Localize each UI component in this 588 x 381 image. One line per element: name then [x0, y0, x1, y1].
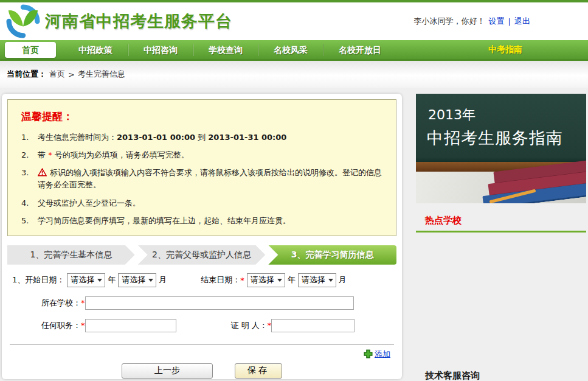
notice-item: 3. 标识的输入项指该项输入内容不符合要求，请将鼠标移入该项后按给出的说明修改。… [21, 167, 384, 191]
nav-item-school-search[interactable]: 学校查询 [193, 40, 258, 60]
form-divider [10, 344, 394, 345]
end-year-select[interactable]: 请选择 [247, 273, 285, 287]
button-row: 上一步 保存 [12, 363, 392, 379]
dropdown-arrow-icon [277, 279, 282, 284]
start-year-select[interactable]: 请选择 [67, 273, 105, 287]
step-tab-student-info[interactable]: 1、完善学生基本信息 [7, 245, 135, 265]
step-tab-study-history[interactable]: 3、完善学习简历信息 [268, 245, 396, 265]
nav-item-open-day[interactable]: 名校开放日 [323, 40, 396, 60]
notice-item: 2. 带 * 号的项均为必填项，请务必填写完整。 [21, 149, 384, 161]
witness-input[interactable] [271, 319, 355, 332]
entry-number: 1、 [12, 274, 25, 285]
dropdown-arrow-icon [328, 279, 333, 284]
support-heading: 技术客服咨询 [425, 370, 586, 381]
start-date-label: 开始日期： [25, 274, 64, 285]
duty-witness-row: 任何职务： * 证 明 人： * [12, 319, 392, 332]
notice-item-number: 2. [21, 149, 38, 161]
witness-label: 证 明 人： [231, 320, 268, 331]
required-asterisk: * [240, 276, 244, 285]
notice-item-text: 标识的输入项指该项输入内容不符合要求，请将鼠标移入该项后按给出的说明修改。登记的… [38, 167, 384, 191]
previous-step-button[interactable]: 上一步 [122, 363, 213, 379]
month-suffix: 月 [339, 274, 347, 285]
user-greeting: 李小冰同学，你好！ [414, 16, 485, 27]
step-tab-guardian-info[interactable]: 2、完善父母或监护人信息 [138, 245, 266, 265]
site-logo-icon [6, 4, 40, 38]
end-date-group: 结束日期： * 请选择 年 请选择 月 [201, 273, 347, 287]
nav-item-home[interactable]: 首页 [5, 42, 56, 58]
hot-schools-underline [416, 231, 586, 232]
notice-item: 5. 学习简历信息要倒序填写，最新的填写在上边，起始、结束年月应连贯。 [21, 215, 384, 227]
duty-label: 任何职务： [12, 320, 81, 331]
end-month-select[interactable]: 请选择 [298, 273, 336, 287]
notice-item: 4. 父母或监护人至少登记一条。 [21, 197, 384, 209]
banner-year: 2013年 [428, 106, 476, 124]
notice-item-text: 父母或监护人至少登记一条。 [38, 197, 140, 209]
year-suffix: 年 [108, 274, 116, 285]
notice-item-text: 考生信息完善时间为：2013-01-01 00:00 到 2013-01-31 … [38, 131, 286, 144]
add-row: 添加 [12, 349, 392, 360]
main-nav: 首页 中招政策 中招咨询 学校查询 名校风采 名校开放日 中考指南 [0, 40, 588, 61]
study-history-form: 1、 开始日期： 请选择 年 请选择 月 结束日期： * 请选择 年 请选择 月… [7, 265, 396, 379]
year-suffix: 年 [288, 274, 296, 285]
end-date-label: 结束日期： [201, 274, 240, 285]
nav-item-exam-guide[interactable]: 中考指南 [488, 44, 522, 55]
date-row: 1、 开始日期： 请选择 年 请选择 月 结束日期： * 请选择 年 请选择 月 [12, 273, 392, 287]
school-input[interactable] [85, 296, 354, 310]
site-title: 河南省中招考生服务平台 [45, 10, 232, 32]
notice-item: 1. 考生信息完善时间为：2013-01-01 00:00 到 2013-01-… [21, 131, 384, 144]
guide-banner[interactable]: 2013年 中招考生服务指南 [416, 94, 586, 203]
wizard-steps: 1、完善学生基本信息 2、完善父母或监护人信息 3、完善学习简历信息 [7, 245, 396, 265]
dropdown-arrow-icon [97, 279, 102, 284]
duty-input[interactable] [85, 319, 176, 332]
breadcrumb-label: 当前位置： [7, 69, 46, 80]
notice-item-text: 学习简历信息要倒序填写，最新的填写在上边，起始、结束年月应连贯。 [38, 215, 291, 227]
notice-title: 温馨提醒： [21, 110, 384, 124]
notice-item-text: 带 * 号的项均为必填项，请务必填写完整。 [38, 149, 189, 161]
sidebar: 2013年 中招考生服务指南 热点学校 技术客服咨询 [416, 94, 586, 379]
warning-icon [38, 168, 47, 177]
notice-box: 温馨提醒： 1. 考生信息完善时间为：2013-01-01 00:00 到 20… [7, 99, 396, 236]
school-label: 所在学校： [12, 298, 81, 309]
logout-link[interactable]: 退出 [514, 16, 530, 27]
month-suffix: 月 [159, 274, 167, 285]
breadcrumb-current: 考生完善信息 [78, 69, 125, 80]
breadcrumb-separator: > [68, 70, 75, 79]
dropdown-arrow-icon [148, 279, 153, 284]
hot-schools-heading: 热点学校 [425, 215, 586, 226]
school-row: 所在学校： * [12, 296, 392, 310]
header: 河南省中招考生服务平台 李小冰同学，你好！ 设置 | 退出 [0, 2, 588, 40]
nav-item-policies[interactable]: 中招政策 [63, 40, 128, 60]
nav-item-school-showcase[interactable]: 名校风采 [258, 40, 323, 60]
add-plus-icon [364, 349, 373, 358]
notice-item-number: 4. [21, 197, 38, 209]
notice-item-number: 1. [21, 131, 38, 144]
content-area: 温馨提醒： 1. 考生信息完善时间为：2013-01-01 00:00 到 20… [0, 88, 588, 379]
user-info: 李小冰同学，你好！ 设置 | 退出 [414, 16, 530, 27]
nav-item-consult[interactable]: 中招咨询 [128, 40, 193, 60]
breadcrumb-home-link[interactable]: 首页 [49, 69, 65, 80]
save-button[interactable]: 保存 [235, 363, 282, 379]
settings-link[interactable]: 设置 [489, 16, 505, 27]
notice-item-number: 3. [21, 167, 38, 191]
add-entry-link[interactable]: 添加 [375, 349, 390, 358]
banner-title: 中招考生服务指南 [427, 127, 563, 149]
notice-item-number: 5. [21, 215, 38, 227]
main-panel: 温馨提醒： 1. 考生信息完善时间为：2013-01-01 00:00 到 20… [2, 94, 402, 379]
start-month-select[interactable]: 请选择 [118, 273, 156, 287]
breadcrumb: 当前位置： 首页 > 考生完善信息 [0, 61, 588, 88]
header-link-separator: | [508, 17, 511, 26]
